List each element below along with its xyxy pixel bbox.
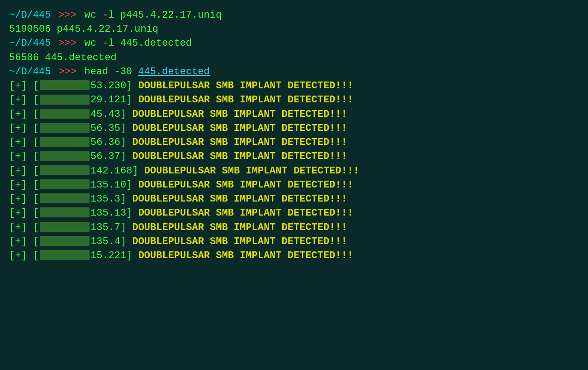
detection-line-8: [+] [135.10] DOUBLEPULSAR SMB IMPLANT DE… [9,178,579,192]
ip-end-13: 15.221] [90,250,132,261]
prompt-arrows-2: >>> [52,38,82,49]
detected-msg-2: DOUBLEPULSAR SMB IMPLANT DETECTED!!! [132,94,353,106]
ip-end-9: 135.3] [90,193,126,205]
ip-end-2: 29.121] [90,94,132,106]
plus-8: [+] [ [9,179,39,191]
output-line-2: 56586 445.detected [9,51,579,65]
ip-blurred-10 [40,207,90,217]
detected-msg-8: DOUBLEPULSAR SMB IMPLANT DETECTED!!! [132,179,353,191]
command-line-2: ~/D/445 >>> wc -l 445.detected [9,36,579,50]
detection-line-13: [+] [15.221] DOUBLEPULSAR SMB IMPLANT DE… [9,249,579,263]
detected-msg-5: DOUBLEPULSAR SMB IMPLANT DETECTED!!! [126,137,347,148]
detected-msg-10: DOUBLEPULSAR SMB IMPLANT DETECTED!!! [132,207,353,219]
ip-end-10: 135.13] [90,207,132,219]
ip-blurred-7 [40,165,90,175]
ip-blurred-6 [40,151,90,161]
plus-13: [+] [ [9,250,39,261]
ip-blurred-12 [40,236,90,246]
plus-10: [+] [ [9,207,39,219]
ip-blurred-2 [40,95,90,105]
detected-msg-1: DOUBLEPULSAR SMB IMPLANT DETECTED!!! [132,80,353,91]
ip-end-8: 135.10] [90,179,132,191]
detected-msg-4: DOUBLEPULSAR SMB IMPLANT DETECTED!!! [126,123,347,134]
terminal: ~/D/445 >>> wc -l p445.4.22.17.uniq 5190… [9,8,579,362]
detection-line-3: [+] [45.43] DOUBLEPULSAR SMB IMPLANT DET… [9,107,579,121]
detected-msg-7: DOUBLEPULSAR SMB IMPLANT DETECTED!!! [138,165,359,177]
ip-end-3: 45.43] [90,109,126,120]
detected-msg-11: DOUBLEPULSAR SMB IMPLANT DETECTED!!! [126,222,347,233]
plus-3: [+] [ [9,109,39,120]
command-line-3: ~/D/445 >>> head -30 445.detected [9,65,579,79]
detected-msg-13: DOUBLEPULSAR SMB IMPLANT DETECTED!!! [132,250,353,261]
command-line-1: ~/D/445 >>> wc -l p445.4.22.17.uniq [9,8,579,22]
prompt-command-3: head -30 [84,66,138,77]
detection-line-12: [+] [135.4] DOUBLEPULSAR SMB IMPLANT DET… [9,235,579,249]
prompt-command-1: wc -l p445.4.22.17.uniq [84,10,222,21]
detection-line-1: [+] [53.230] DOUBLEPULSAR SMB IMPLANT DE… [9,79,579,93]
plus-4: [+] [ [9,123,39,134]
plus-6: [+] [ [9,151,39,162]
plus-1: [+] [ [9,80,39,91]
ip-end-7: 142.168] [90,165,138,177]
detection-line-2: [+] [29.121] DOUBLEPULSAR SMB IMPLANT DE… [9,93,579,107]
ip-end-1: 53.230] [90,80,132,91]
detection-line-4: [+] [56.35] DOUBLEPULSAR SMB IMPLANT DET… [9,121,579,135]
detection-line-5: [+] [56.36] DOUBLEPULSAR SMB IMPLANT DET… [9,135,579,149]
result-text-1: 5190506 p445.4.22.17.uniq [9,22,579,36]
plus-5: [+] [ [9,137,39,148]
ip-end-11: 135.7] [90,222,126,233]
detection-line-7: [+] [142.168] DOUBLEPULSAR SMB IMPLANT D… [9,164,579,178]
file-link[interactable]: 445.detected [138,66,209,77]
plus-11: [+] [ [9,222,39,233]
detection-line-6: [+] [56.37] DOUBLEPULSAR SMB IMPLANT DET… [9,149,579,163]
plus-2: [+] [ [9,94,39,106]
output-line-1: 5190506 p445.4.22.17.uniq [9,22,579,36]
prompt-path-2: ~/D/445 [9,38,51,49]
plus-12: [+] [ [9,236,39,247]
detection-line-9: [+] [135.3] DOUBLEPULSAR SMB IMPLANT DET… [9,192,579,206]
plus-7: [+] [ [9,165,39,177]
prompt-path-3: ~/D/445 [9,66,51,77]
ip-blurred-9 [40,193,90,203]
detected-msg-6: DOUBLEPULSAR SMB IMPLANT DETECTED!!! [126,151,347,162]
ip-blurred-13 [40,250,90,260]
ip-blurred-3 [40,109,90,119]
ip-blurred-11 [40,222,90,232]
ip-blurred-5 [40,137,90,147]
detected-msg-12: DOUBLEPULSAR SMB IMPLANT DETECTED!!! [126,236,347,247]
prompt-path-1: ~/D/445 [9,10,51,21]
ip-end-4: 56.35] [90,123,126,134]
ip-end-12: 135.4] [90,236,126,247]
prompt-command-2: wc -l 445.detected [84,38,192,49]
ip-blurred-4 [40,123,90,133]
detected-msg-9: DOUBLEPULSAR SMB IMPLANT DETECTED!!! [126,193,347,205]
prompt-arrows-3: >>> [52,66,82,77]
detection-line-11: [+] [135.7] DOUBLEPULSAR SMB IMPLANT DET… [9,221,579,235]
plus-9: [+] [ [9,193,39,205]
ip-blurred-1 [40,80,90,90]
ip-end-5: 56.36] [90,137,126,148]
detection-line-10: [+] [135.13] DOUBLEPULSAR SMB IMPLANT DE… [9,206,579,220]
prompt-arrows-1: >>> [52,10,82,21]
ip-blurred-8 [40,179,90,189]
result-text-2: 56586 445.detected [9,51,579,65]
ip-end-6: 56.37] [90,151,126,162]
detected-msg-3: DOUBLEPULSAR SMB IMPLANT DETECTED!!! [126,109,347,120]
